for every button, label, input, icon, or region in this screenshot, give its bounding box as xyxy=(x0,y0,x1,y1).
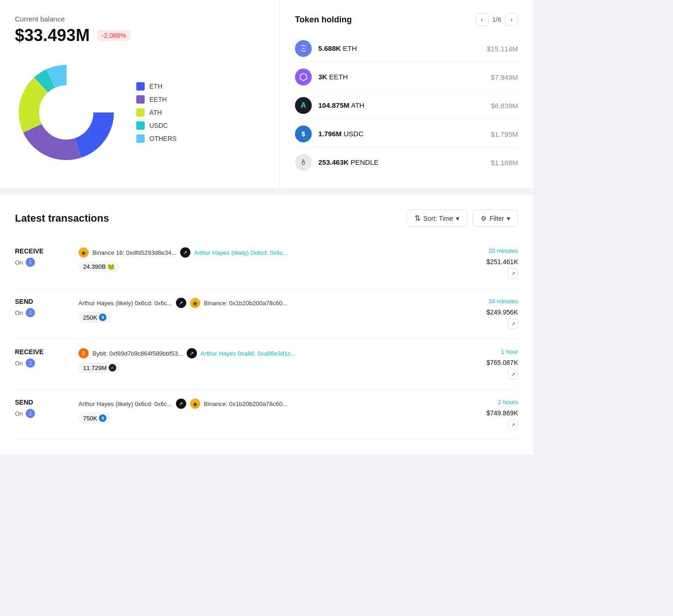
tx-to-0: Arthur Hayes (likely) 0x6cd: 0x6c... xyxy=(194,249,288,256)
token-item-pendle: 🕯 253.463K PENDLE $1.168M xyxy=(295,149,518,175)
tx-right-2: 1 hour $765.087K ↗ xyxy=(453,348,518,379)
tx-on-3: On Ξ xyxy=(15,409,71,418)
tx-amount-3: 750K xyxy=(83,415,97,422)
from-icon-binance-0: ◈ xyxy=(78,247,89,258)
external-link-3[interactable]: ↗ xyxy=(508,420,518,430)
sort-icon: ⇅ xyxy=(414,214,421,223)
tx-on-text-2: On xyxy=(15,360,23,367)
tx-usd-3: $749.869K xyxy=(453,409,518,417)
external-link-0[interactable]: ↗ xyxy=(508,268,518,279)
tx-addresses-2: B Bybit: 0xf89d7b9c864f589bbf53... ↗ Art… xyxy=(78,348,445,358)
external-link-1[interactable]: ↗ xyxy=(508,319,518,329)
eth-network-badge-3: Ξ xyxy=(26,409,35,418)
legend: ETH EETH ATH USDC OTHERS xyxy=(136,82,176,143)
tx-on-text-0: On xyxy=(15,259,23,266)
tx-external-1: ↗ xyxy=(453,319,518,329)
legend-item-usdc: USDC xyxy=(136,121,176,130)
token-info-usdc: 1.796M USDC xyxy=(318,130,491,138)
tx-from-3: Arthur Hayes (likely) 0x6cd: 0x6c... xyxy=(78,400,172,407)
filter-icon: ⚙ xyxy=(481,215,487,222)
tx-title: Latest transactions xyxy=(15,212,109,224)
balance-change: -2.066% xyxy=(97,30,131,41)
tx-token-pill-2: 11.729M A xyxy=(78,362,121,373)
token-amount-ath: 104.875M ATH xyxy=(318,101,365,109)
tx-addresses-1: Arthur Hayes (likely) 0x6cd: 0x6c... ↗ ◈… xyxy=(78,298,445,308)
tx-type-col-2: RECEIVE On Ξ xyxy=(15,348,71,368)
token-amount-usdc: 1.796M USDC xyxy=(318,130,364,138)
balance-label: Current balance xyxy=(15,15,265,23)
tx-from-0: Binance 16: 0xdfd5293d8e34... xyxy=(92,249,176,256)
transactions-section: Latest transactions ⇅ Sort: Time ▾ ⚙ Fil… xyxy=(0,195,533,455)
tx-addresses-3: Arthur Hayes (likely) 0x6cd: 0x6c... ↗ ◈… xyxy=(78,399,445,409)
sort-button[interactable]: ⇅ Sort: Time ▾ xyxy=(407,210,467,227)
tx-amount-1: 250K xyxy=(83,314,97,321)
balance-panel: Current balance $33.493M -2.066% xyxy=(0,0,280,189)
token-icon-eeth xyxy=(295,69,312,85)
tx-right-1: 34 minutes $249.956K ↗ xyxy=(453,298,518,329)
legend-label-eeth: EETH xyxy=(149,96,167,103)
top-section: Current balance $33.493M -2.066% xyxy=(0,0,533,189)
tx-type-col-0: RECEIVE On Ξ xyxy=(15,247,71,267)
token-header: Token holding ‹ 1/6 › xyxy=(295,13,518,26)
external-link-2[interactable]: ↗ xyxy=(508,369,518,379)
legend-label-eth: ETH xyxy=(149,83,162,90)
tx-controls: ⇅ Sort: Time ▾ ⚙ Filter ▾ xyxy=(407,210,518,227)
table-row: RECEIVE On Ξ ◈ Binance 16: 0xdfd5293d8e3… xyxy=(15,238,518,288)
tx-token-pill-3: 750K $ xyxy=(78,413,111,424)
from-icon-bybit-2: B xyxy=(78,348,89,358)
tx-on-0: On Ξ xyxy=(15,258,71,267)
arrow-icon-2: ↗ xyxy=(187,348,197,358)
table-row: SEND On Ξ Arthur Hayes (likely) 0x6cd: 0… xyxy=(15,288,518,339)
balance-amount: $33.493M xyxy=(15,26,90,45)
token-amount-pendle: 253.463K PENDLE xyxy=(318,158,379,166)
token-item-eeth: 3K EETH $7.949M xyxy=(295,64,518,91)
token-prev-button[interactable]: ‹ xyxy=(476,13,489,26)
arrow-icon-1: ↗ xyxy=(176,298,186,308)
chart-area: ETH EETH ATH USDC OTHERS xyxy=(15,56,265,168)
legend-item-eth: ETH xyxy=(136,82,176,91)
legend-item-ath: ATH xyxy=(136,108,176,117)
token-icon-ath: A xyxy=(295,97,312,114)
token-info-eth: 5.688K ETH xyxy=(318,44,487,53)
legend-label-usdc: USDC xyxy=(149,122,168,129)
to-icon-binance-3: ◈ xyxy=(190,399,200,409)
legend-color-usdc xyxy=(136,121,145,130)
tx-usd-0: $251.461K xyxy=(453,258,518,266)
eth-network-badge-0: Ξ xyxy=(26,258,35,267)
token-next-button[interactable]: › xyxy=(505,13,518,26)
tx-from-1: Arthur Hayes (likely) 0x6cd: 0x6c... xyxy=(78,300,172,307)
token-item-ath: A 104.875M ATH $6.839M xyxy=(295,92,518,119)
token-nav: ‹ 1/6 › xyxy=(476,13,518,26)
legend-color-eth xyxy=(136,82,145,91)
legend-item-eeth: EETH xyxy=(136,95,176,104)
tx-on-text-1: On xyxy=(15,309,23,316)
tx-middle-0: ◈ Binance 16: 0xdfd5293d8e34... ↗ Arthur… xyxy=(71,247,453,272)
filter-button[interactable]: ⚙ Filter ▾ xyxy=(473,210,518,227)
token-info-ath: 104.875M ATH xyxy=(318,101,491,110)
token-item-eth: Ξ 5.688K ETH $15.114M xyxy=(295,35,518,62)
tx-token-pill-0: 24.390B 🐸 xyxy=(78,261,119,272)
tx-external-2: ↗ xyxy=(453,369,518,379)
legend-color-eeth xyxy=(136,95,145,104)
token-panel-title: Token holding xyxy=(295,15,352,25)
tx-header: Latest transactions ⇅ Sort: Time ▾ ⚙ Fil… xyxy=(15,210,518,227)
tx-time-1: 34 minutes xyxy=(453,298,518,305)
filter-chevron-icon: ▾ xyxy=(507,215,510,222)
token-info-pendle: 253.463K PENDLE xyxy=(318,158,491,167)
eth-network-badge-2: Ξ xyxy=(26,358,35,368)
tx-usd-2: $765.087K xyxy=(453,359,518,366)
tx-to-2: Arthur Hayes 0xa86: 0xa86e3d1c... xyxy=(201,350,296,357)
sort-label: Sort: Time xyxy=(423,215,453,222)
tx-from-2: Bybit: 0xf89d7b9c864f589bbf53... xyxy=(92,350,183,357)
token-info-eeth: 3K EETH xyxy=(318,73,491,81)
legend-label-others: OTHERS xyxy=(149,135,176,142)
tx-middle-1: Arthur Hayes (likely) 0x6cd: 0x6c... ↗ ◈… xyxy=(71,298,453,323)
tx-on-1: On Ξ xyxy=(15,308,71,317)
filter-label: Filter xyxy=(490,215,504,222)
tx-amount-icon-3: $ xyxy=(99,414,106,422)
tx-type-label-3: SEND xyxy=(15,399,71,406)
tx-addresses-0: ◈ Binance 16: 0xdfd5293d8e34... ↗ Arthur… xyxy=(78,247,445,258)
sort-chevron-icon: ▾ xyxy=(456,215,459,222)
tx-right-0: 20 minutes $251.461K ↗ xyxy=(453,247,518,279)
tx-middle-3: Arthur Hayes (likely) 0x6cd: 0x6c... ↗ ◈… xyxy=(71,399,453,424)
